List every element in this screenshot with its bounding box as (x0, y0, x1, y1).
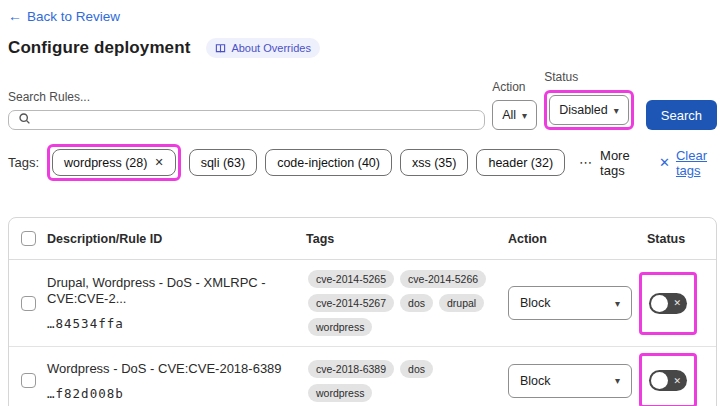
rule-tag-badge: cve-2018-6389 (308, 360, 394, 378)
chevron-down-icon: ▾ (615, 298, 620, 309)
book-icon (215, 43, 226, 54)
column-header-status: Status (639, 219, 716, 259)
status-filter-highlight: Disabled ▾ (544, 90, 634, 130)
status-filter-select[interactable]: Disabled ▾ (549, 95, 629, 125)
rule-id: …f82d008b (47, 386, 296, 401)
status-toggle[interactable]: ✕ (649, 293, 687, 314)
back-link-label: Back to Review (27, 9, 120, 24)
selected-tag-label: wordpress (28) (64, 156, 147, 170)
tag-filter-pills: sqli (63)code-injection (40)xss (35)head… (189, 149, 565, 176)
clear-tags-button[interactable]: ✕ Clear tags (659, 148, 717, 178)
action-filter-value: All (502, 108, 516, 122)
status-filter-value: Disabled (559, 103, 608, 117)
status-toggle-highlight: ✕ (639, 353, 697, 406)
badge-label: About Overrides (231, 42, 310, 54)
rules-table: Description/Rule ID Tags Action Status D… (8, 217, 717, 406)
action-select-value: Block (520, 296, 551, 310)
clear-icon: ✕ (659, 155, 670, 170)
tag-filter-pill[interactable]: code-injection (40) (265, 149, 392, 176)
tag-filter-pill[interactable]: header (32) (476, 149, 565, 176)
rule-description: Drupal, Wordpress - DoS - XMLRPC - CVE:C… (47, 275, 296, 306)
ellipsis-icon: ⋯ (579, 155, 593, 170)
tag-filter-pill-wordpress[interactable]: wordpress (28) ✕ (52, 149, 176, 176)
chevron-down-icon: ▾ (614, 105, 619, 116)
table-row: Drupal, Wordpress - DoS - XMLRPC - CVE:C… (9, 260, 716, 347)
configure-deployment-page: ← Back to Review Configure deployment Ab… (0, 0, 725, 406)
row-checkbox[interactable] (21, 373, 36, 388)
toggle-off-icon: ✕ (673, 299, 681, 308)
rule-tags: cve-2014-5265cve-2014-5266cve-2014-5267d… (306, 260, 506, 346)
page-title: Configure deployment (8, 38, 190, 58)
more-tags-label: More tags (600, 148, 639, 178)
action-filter-label: Action (492, 80, 537, 94)
rule-tag-badge: cve-2014-5267 (308, 294, 394, 312)
rule-tag-badge: wordpress (308, 384, 372, 402)
table-header-row: Description/Rule ID Tags Action Status (9, 218, 716, 260)
back-arrow-icon: ← (8, 8, 22, 24)
rule-tag-badge: wordpress (308, 318, 372, 336)
select-all-checkbox[interactable] (21, 231, 36, 246)
rule-id: …84534ffa (47, 316, 296, 331)
column-header-description: Description/Rule ID (47, 219, 306, 259)
rule-tags: cve-2018-6389doswordpress (306, 350, 506, 406)
action-select-value: Block (520, 374, 551, 388)
rule-description: Wordpress - DoS - CVE:CVE-2018-6389 (47, 361, 296, 377)
column-header-tags: Tags (306, 219, 506, 259)
search-rules-label: Search Rules... (8, 90, 485, 104)
rule-tag-badge: dos (400, 360, 433, 378)
search-input[interactable] (38, 113, 475, 128)
selected-tag-highlight: wordpress (28) ✕ (47, 144, 181, 181)
search-rules-inputbox[interactable] (8, 110, 485, 130)
status-toggle-highlight: ✕ (639, 272, 697, 335)
action-select[interactable]: Block ▾ (508, 286, 632, 320)
clear-tags-label: Clear tags (676, 148, 717, 178)
table-row: Wordpress - DoS - CVE:CVE-2018-6389 …f82… (9, 347, 716, 406)
toggle-off-icon: ✕ (673, 376, 681, 385)
search-button[interactable]: Search (646, 100, 717, 130)
column-header-action: Action (506, 219, 639, 259)
rule-tag-badge: dos (400, 294, 433, 312)
rule-tag-badge: drupal (439, 294, 484, 312)
tag-filter-pill[interactable]: sqli (63) (189, 149, 257, 176)
rule-tag-badge: cve-2014-5265 (308, 270, 394, 288)
rule-tag-badge: cve-2014-5266 (400, 270, 486, 288)
search-icon (18, 111, 31, 129)
tags-bar-label: Tags: (8, 155, 39, 170)
remove-tag-icon[interactable]: ✕ (154, 156, 163, 169)
back-to-review-link[interactable]: ← Back to Review (8, 8, 120, 24)
more-tags-button[interactable]: ⋯ More tags (579, 148, 639, 178)
row-checkbox[interactable] (21, 296, 36, 311)
chevron-down-icon: ▾ (522, 110, 527, 121)
toggle-knob (651, 372, 668, 389)
chevron-down-icon: ▾ (615, 375, 620, 386)
action-filter-select[interactable]: All ▾ (492, 100, 537, 130)
about-overrides-badge[interactable]: About Overrides (206, 38, 319, 58)
action-select[interactable]: Block ▾ (508, 364, 632, 398)
tag-filter-pill[interactable]: xss (35) (400, 149, 468, 176)
status-toggle[interactable]: ✕ (649, 370, 687, 391)
toggle-knob (651, 295, 668, 312)
status-filter-label: Status (544, 70, 634, 84)
